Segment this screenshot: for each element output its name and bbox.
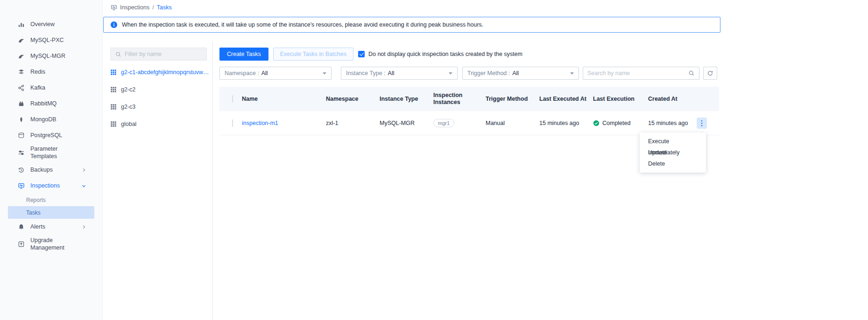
info-icon	[110, 21, 118, 28]
row-actions-button[interactable]: ⋮	[697, 118, 707, 129]
info-alert: When the inspection task is executed, it…	[103, 17, 720, 33]
cluster-list: g2-c1-abcdefghijklmnopqrstuvwx... g2-c2 …	[109, 63, 211, 132]
sidebar-item-redis[interactable]: Redis	[0, 64, 102, 80]
chevron-down-icon	[81, 183, 86, 188]
create-tasks-button[interactable]: Create Tasks	[219, 48, 268, 61]
toolbar: Create Tasks Execute Tasks in Batches Do…	[219, 48, 522, 61]
cluster-filter	[110, 48, 207, 61]
sidebar-item-tasks[interactable]: Tasks	[8, 206, 94, 219]
menu-item-delete[interactable]: Delete	[640, 158, 706, 169]
column-header: Instance Type	[380, 96, 433, 103]
sidebar-item-rabbitmq[interactable]: RabbitMQ	[0, 96, 102, 111]
sidebar-item-upgrade-management[interactable]: Upgrade Management	[0, 235, 102, 253]
cluster-filter-input[interactable]	[125, 51, 202, 57]
mongodb-icon	[18, 116, 25, 123]
sidebar-item-mongodb[interactable]: MongoDB	[0, 111, 102, 127]
sidebar-item-inspections[interactable]: Inspections	[0, 178, 102, 194]
instance-type-select[interactable]: Instance Type : All	[341, 67, 458, 80]
select-value: All	[512, 70, 519, 77]
cluster-item-label: g2-c3	[121, 104, 135, 110]
sidebar-item-reports[interactable]: Reports	[0, 194, 102, 206]
checkbox-checked[interactable]	[358, 51, 365, 57]
cluster-item[interactable]: g2-c2	[109, 81, 211, 98]
sidebar-item-label: PostgreSQL	[30, 132, 62, 139]
select-value: All	[388, 70, 395, 77]
chevron-right-icon	[81, 167, 86, 173]
sidebar-item-mysql-pxc[interactable]: MySQL-PXC	[0, 32, 102, 48]
sidebar-item-label: MongoDB	[30, 116, 56, 123]
monitor-icon	[18, 182, 25, 189]
hide-system-tasks-checkbox-group[interactable]: Do not display quick inspection tasks cr…	[358, 51, 522, 57]
column-header: Last Executed At	[539, 96, 593, 103]
task-name-link[interactable]: inspection-m1	[242, 120, 278, 126]
sidebar-item-label: Kafka	[30, 84, 45, 91]
refresh-button[interactable]	[703, 67, 717, 80]
sidebar-item-label: Backups	[30, 166, 53, 174]
row-checkbox[interactable]	[219, 120, 242, 126]
breadcrumb: Inspections / Tasks	[111, 4, 172, 11]
sidebar-item-postgresql[interactable]: PostgreSQL	[0, 127, 102, 143]
select-label: Trigger Method :	[467, 70, 510, 77]
select-value: All	[261, 70, 268, 77]
sidebar-item-label: Upgrade Management	[30, 237, 85, 251]
filter-row: Namespace : All Instance Type : All Trig…	[219, 67, 717, 80]
mysql-icon	[18, 53, 25, 60]
sidebar-item-backups[interactable]: Backups	[0, 162, 102, 178]
sidebar-item-label: Parameter Templates	[30, 145, 85, 160]
sidebar: Overview MySQL-PXC MySQL-MGR Redis Kafka…	[0, 0, 103, 320]
select-label: Instance Type :	[346, 70, 386, 77]
cluster-item[interactable]: g2-c3	[109, 98, 211, 115]
column-header: Inspection Instances	[433, 92, 486, 106]
panel-divider	[212, 41, 213, 320]
chevron-down-icon	[323, 72, 326, 75]
checkbox-label: Do not display quick inspection tasks cr…	[368, 51, 522, 57]
search-icon	[115, 51, 121, 57]
chevron-right-icon	[81, 224, 86, 230]
tasks-table: Name Namespace Instance Type Inspection …	[219, 87, 719, 135]
select-all-checkbox[interactable]	[219, 96, 242, 103]
cluster-item[interactable]: global	[109, 115, 211, 132]
breadcrumb-current[interactable]: Tasks	[157, 4, 172, 11]
row-actions-menu: Execute Immediately Update Delete	[640, 132, 706, 173]
kafka-icon	[18, 84, 25, 91]
search-box	[583, 67, 699, 80]
trigger-method-select[interactable]: Trigger Method : All	[462, 67, 579, 80]
sidebar-item-label: Alerts	[30, 223, 45, 230]
sidebar-item-mysql-mgr[interactable]: MySQL-MGR	[0, 48, 102, 64]
status-text: Completed	[602, 120, 630, 126]
sidebar-item-label: Inspections	[30, 182, 60, 189]
cluster-icon	[110, 69, 117, 76]
namespace-select[interactable]: Namespace : All	[219, 67, 332, 80]
execute-batches-button[interactable]: Execute Tasks in Batches	[273, 48, 353, 61]
chevron-down-icon	[570, 72, 574, 75]
breadcrumb-root[interactable]: Inspections	[120, 4, 149, 11]
trigger-method-cell: Manual	[486, 120, 539, 126]
mysql-icon	[18, 37, 25, 44]
sidebar-item-parameter-templates[interactable]: Parameter Templates	[0, 143, 102, 162]
sidebar-item-overview[interactable]: Overview	[0, 16, 102, 32]
sidebar-item-alerts[interactable]: Alerts	[0, 219, 102, 235]
chevron-down-icon	[449, 72, 452, 75]
column-header[interactable]: Name	[242, 96, 326, 103]
cluster-item-label: g2-c1-abcdefghijklmnopqrstuvwx...	[121, 69, 211, 76]
sidebar-item-kafka[interactable]: Kafka	[0, 80, 102, 96]
search-input[interactable]	[587, 70, 688, 77]
cluster-item[interactable]: g2-c1-abcdefghijklmnopqrstuvwx...	[109, 63, 211, 81]
postgresql-icon	[18, 132, 25, 139]
breadcrumb-separator: /	[152, 4, 154, 11]
table-row: inspection-m1 zxl-1 MySQL-MGR mgr1 Manua…	[219, 111, 719, 135]
sidebar-item-label: MySQL-MGR	[30, 52, 65, 60]
cluster-item-label: global	[121, 121, 136, 127]
cluster-icon	[110, 104, 117, 110]
column-header: Last Execution	[593, 96, 648, 103]
sidebar-item-label: Overview	[30, 21, 55, 28]
cluster-item-label: g2-c2	[121, 86, 135, 93]
search-icon[interactable]	[688, 70, 695, 77]
namespace-cell: zxl-1	[326, 120, 380, 126]
menu-item-execute-immediately[interactable]: Execute Immediately	[640, 136, 706, 147]
instance-type-cell: MySQL-MGR	[380, 120, 433, 126]
last-executed-cell: 15 minutes ago	[539, 120, 593, 126]
table-header-row: Name Namespace Instance Type Inspection …	[219, 87, 719, 111]
alert-text: When the inspection task is executed, it…	[122, 21, 483, 28]
created-at-cell: 15 minutes ago	[648, 120, 697, 126]
